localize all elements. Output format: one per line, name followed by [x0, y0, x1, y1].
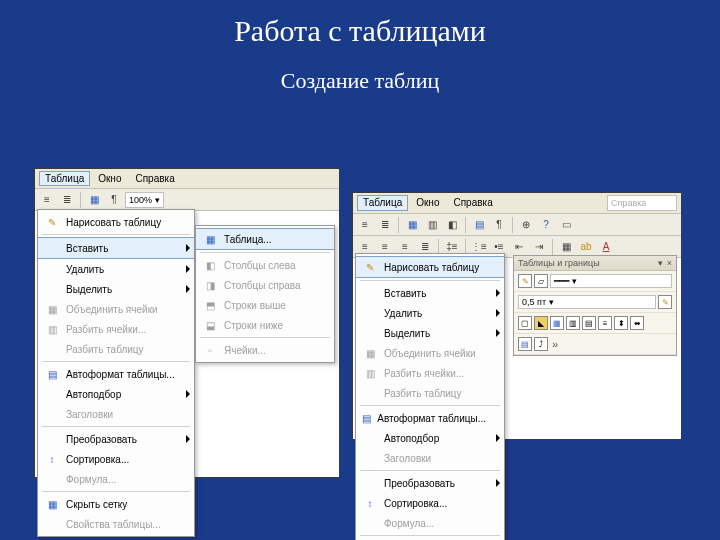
- doc-map-icon[interactable]: ▤: [470, 216, 488, 234]
- submenu-rows-below: ⬓Строки ниже: [196, 315, 334, 335]
- close-icon[interactable]: ×: [667, 258, 672, 268]
- table-icon[interactable]: ▦: [85, 191, 103, 209]
- border-outside-icon[interactable]: ▢: [518, 316, 532, 330]
- table-icon[interactable]: ▦: [403, 216, 421, 234]
- autoformat-icon: ▤: [42, 367, 62, 381]
- menu-select[interactable]: Выделить: [356, 323, 504, 343]
- menu-dropdown-table: ✎Нарисовать таблицу Вставить Удалить Выд…: [37, 209, 195, 537]
- menu-autofit[interactable]: Автоподбор: [38, 384, 194, 404]
- menu-window[interactable]: Окно: [410, 195, 445, 211]
- menu-convert[interactable]: Преобразовать: [356, 473, 504, 493]
- menu-select[interactable]: Выделить: [38, 279, 194, 299]
- line-weight-field[interactable]: 0,5 пт ▾: [518, 295, 656, 309]
- align-dist-icon[interactable]: ≣: [376, 216, 394, 234]
- eraser-icon[interactable]: ▱: [534, 274, 548, 288]
- toolbar-standard: ≡ ≣ ▦ ▥ ◧ ▤ ¶ ⊕ ? ▭: [353, 214, 681, 236]
- menu-table[interactable]: Таблица: [357, 195, 408, 211]
- menu-window[interactable]: Окно: [92, 171, 127, 186]
- menu-sort[interactable]: ↕Сортировка...: [38, 449, 194, 469]
- submenu-cols-right: ◨Столбцы справа: [196, 275, 334, 295]
- zoom-field[interactable]: 100%▾: [125, 192, 164, 208]
- pilcrow-icon[interactable]: ¶: [105, 191, 123, 209]
- align-left-icon[interactable]: ≡: [38, 191, 56, 209]
- panel-row-weight: 0,5 пт ▾ ✎: [514, 292, 676, 313]
- dist-cols-icon[interactable]: ⬌: [630, 316, 644, 330]
- pencil-icon[interactable]: ✎: [518, 274, 532, 288]
- rows-above-icon: ⬒: [200, 298, 220, 312]
- help-search-field[interactable]: Справка: [607, 195, 677, 211]
- menu-sort[interactable]: ↕Сортировка...: [356, 493, 504, 513]
- menu-split-cells: ▥Разбить ячейки...: [38, 319, 194, 339]
- menubar: Таблица Окно Справка: [35, 169, 339, 189]
- menu-split-cells: ▥Разбить ячейки...: [356, 363, 504, 383]
- font-color-icon[interactable]: A: [597, 238, 615, 256]
- highlight-icon[interactable]: ab: [577, 238, 595, 256]
- pen-color-icon[interactable]: ✎: [658, 295, 672, 309]
- insert-table-icon[interactable]: ▦: [550, 316, 564, 330]
- screenshot-right: Таблица Окно Справка Справка ≡ ≣ ▦ ▥ ◧ ▤…: [352, 192, 682, 440]
- help-icon[interactable]: ?: [537, 216, 555, 234]
- borders-icon[interactable]: ▦: [557, 238, 575, 256]
- cell-icon: ▫: [200, 343, 220, 357]
- fill-color-icon[interactable]: ◣: [534, 316, 548, 330]
- submenu-arrow-icon: [186, 285, 190, 293]
- more-icon[interactable]: »: [550, 338, 560, 350]
- submenu-arrow-icon: [496, 329, 500, 337]
- menu-split-table: Разбить таблицу: [38, 339, 194, 359]
- zoom-in-icon[interactable]: ⊕: [517, 216, 535, 234]
- menu-merge-cells: ▦Объединить ячейки: [356, 343, 504, 363]
- menu-autoformat[interactable]: ▤Автоформат таблицы...: [356, 408, 504, 428]
- cols-right-icon: ◨: [200, 278, 220, 292]
- panel-titlebar[interactable]: Таблицы и границы ▾ ×: [514, 256, 676, 271]
- merge-cells-icon[interactable]: ▥: [566, 316, 580, 330]
- pilcrow-icon[interactable]: ¶: [490, 216, 508, 234]
- merge-icon: ▦: [42, 302, 62, 316]
- chevron-down-icon: ▾: [155, 195, 160, 205]
- panel-row-draw: ✎ ▱ ━━━ ▾: [514, 271, 676, 292]
- menu-delete[interactable]: Удалить: [356, 303, 504, 323]
- split-cells-icon[interactable]: ▤: [582, 316, 596, 330]
- menu-draw-table[interactable]: ✎Нарисовать таблицу: [356, 256, 504, 278]
- rows-below-icon: ⬓: [200, 318, 220, 332]
- submenu-arrow-icon: [186, 244, 190, 252]
- menu-insert[interactable]: Вставить: [38, 237, 194, 259]
- drawing-icon[interactable]: ◧: [443, 216, 461, 234]
- menu-formula: Формула...: [356, 513, 504, 533]
- align-dist-icon[interactable]: ≣: [58, 191, 76, 209]
- menu-hide-grid[interactable]: ▦Скрыть сетку: [38, 494, 194, 514]
- autoformat-icon[interactable]: ▤: [518, 337, 532, 351]
- menu-headings: Заголовки: [356, 448, 504, 468]
- menu-autofit[interactable]: Автоподбор: [356, 428, 504, 448]
- menu-formula: Формула...: [38, 469, 194, 489]
- menu-help[interactable]: Справка: [129, 171, 180, 186]
- table-icon: ▦: [200, 232, 220, 246]
- line-style-field[interactable]: ━━━ ▾: [550, 274, 672, 288]
- align-top-icon[interactable]: ≡: [598, 316, 612, 330]
- indent-icon[interactable]: ⇥: [530, 238, 548, 256]
- grid-icon: ▦: [42, 497, 62, 511]
- sort-icon: ↕: [42, 452, 62, 466]
- toolbar-formatting: ≡ ≣ ▦ ¶ 100%▾: [35, 189, 339, 211]
- menu-draw-table[interactable]: ✎Нарисовать таблицу: [38, 212, 194, 232]
- dist-rows-icon[interactable]: ⬍: [614, 316, 628, 330]
- submenu-table[interactable]: ▦Таблица...: [196, 228, 334, 250]
- text-direction-icon[interactable]: ⤴: [534, 337, 548, 351]
- menu-convert[interactable]: Преобразовать: [38, 429, 194, 449]
- slide-title: Работа с таблицами: [0, 0, 720, 48]
- tables-borders-panel[interactable]: Таблицы и границы ▾ × ✎ ▱ ━━━ ▾ 0,5 пт ▾…: [513, 255, 677, 356]
- align-left-icon[interactable]: ≡: [356, 216, 374, 234]
- submenu-arrow-icon: [496, 309, 500, 317]
- autoformat-icon: ▤: [360, 411, 373, 425]
- outdent-icon[interactable]: ⇤: [510, 238, 528, 256]
- menu-help[interactable]: Справка: [447, 195, 498, 211]
- menu-insert[interactable]: Вставить: [356, 283, 504, 303]
- menu-delete[interactable]: Удалить: [38, 259, 194, 279]
- chevron-down-icon[interactable]: ▾: [658, 258, 663, 268]
- split-icon: ▥: [42, 322, 62, 336]
- read-icon[interactable]: ▭: [557, 216, 575, 234]
- submenu-insert: ▦Таблица... ◧Столбцы слева ◨Столбцы спра…: [195, 225, 335, 363]
- columns-icon[interactable]: ▥: [423, 216, 441, 234]
- menu-autoformat[interactable]: ▤Автоформат таблицы...: [38, 364, 194, 384]
- submenu-arrow-icon: [186, 390, 190, 398]
- menu-table[interactable]: Таблица: [39, 171, 90, 186]
